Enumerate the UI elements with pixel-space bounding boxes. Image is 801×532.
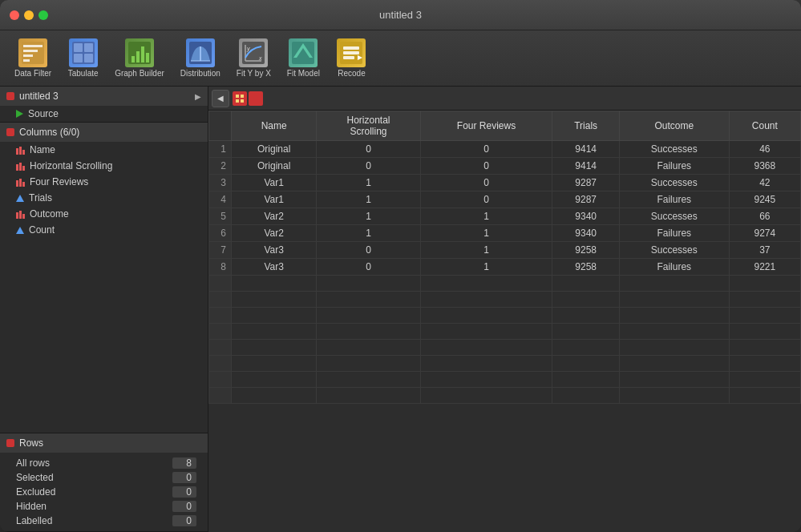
svg-rect-33 xyxy=(236,99,239,103)
cell-trials: 9287 xyxy=(552,191,620,208)
maximize-button[interactable] xyxy=(38,10,48,20)
col-header-hs[interactable]: HorizontalScrolling xyxy=(317,111,420,141)
close-button[interactable] xyxy=(10,10,19,20)
table-row[interactable]: 4 Var1 1 0 9287 Failures 9245 xyxy=(209,191,801,208)
table-row[interactable]: 7 Var3 0 1 9258 Successes 37 xyxy=(209,242,801,259)
empty-row xyxy=(209,324,801,340)
table-row[interactable]: 5 Var2 1 1 9340 Successes 66 xyxy=(209,208,801,225)
sidebar-rows-header[interactable]: Rows xyxy=(0,433,208,453)
svg-rect-14 xyxy=(146,53,149,62)
graph-builder-button[interactable]: Graph Builder xyxy=(108,35,171,81)
traffic-lights xyxy=(10,10,48,20)
cell-hs: 0 xyxy=(317,158,420,175)
empty-row xyxy=(209,340,801,356)
cell-trials: 9258 xyxy=(552,259,620,276)
svg-rect-9 xyxy=(84,54,93,62)
row-num-cell: 5 xyxy=(209,208,232,225)
col-hs-icon xyxy=(16,161,25,171)
recode-button[interactable]: Recode xyxy=(330,35,374,81)
row-num-header xyxy=(209,111,232,141)
data-filter-label: Data Filter xyxy=(14,69,51,78)
sidebar-columns-header[interactable]: Columns (6/0) xyxy=(0,123,208,142)
all-rows-value: 8 xyxy=(172,457,196,469)
table-row[interactable]: 8 Var3 0 1 9258 Failures 9221 xyxy=(209,259,801,276)
tabulate-button[interactable]: Tabulate xyxy=(61,35,105,81)
distribution-icon xyxy=(186,38,215,67)
cell-name: Var3 xyxy=(232,259,317,276)
row-num-cell: 7 xyxy=(209,242,232,259)
distribution-button[interactable]: Distribution xyxy=(174,35,227,81)
minimize-button[interactable] xyxy=(24,10,34,20)
labelled-stat: Labelled 0 xyxy=(0,514,208,528)
col-trials-item[interactable]: Trials xyxy=(0,190,208,206)
table-row[interactable]: 2 Original 0 0 9414 Failures 9368 xyxy=(209,158,801,175)
col-name-label: Name xyxy=(30,144,55,155)
columns-title: Columns (6/0) xyxy=(19,127,79,138)
cell-hs: 1 xyxy=(317,225,420,242)
main-table: Name HorizontalScrolling Four Reviews Tr… xyxy=(208,111,801,404)
col-header-outcome[interactable]: Outcome xyxy=(619,111,729,141)
source-icon xyxy=(16,110,23,118)
cell-count: 9245 xyxy=(729,191,800,208)
svg-rect-31 xyxy=(236,95,239,98)
table-row[interactable]: 6 Var2 1 1 9340 Failures 9274 xyxy=(209,225,801,242)
cell-outcome: Failures xyxy=(619,259,729,276)
cell-name: Original xyxy=(232,158,317,175)
col-name-item[interactable]: Name xyxy=(0,142,208,158)
fit-y-by-x-button[interactable]: y x Fit Y by X xyxy=(230,35,277,81)
col-count-item[interactable]: Count xyxy=(0,222,208,238)
col-outcome-item[interactable]: Outcome xyxy=(0,206,208,222)
cell-fr: 1 xyxy=(420,259,552,276)
cell-trials: 9340 xyxy=(552,208,620,225)
svg-rect-27 xyxy=(343,46,359,50)
table-row[interactable]: 3 Var1 1 0 9287 Successes 42 xyxy=(209,175,801,191)
graph-builder-icon xyxy=(125,38,154,67)
cell-fr: 0 xyxy=(420,191,552,208)
svg-rect-34 xyxy=(241,99,244,103)
sidebar-datatable-header[interactable]: untitled 3 ▶ xyxy=(0,87,208,106)
selected-value: 0 xyxy=(172,472,196,483)
cell-count: 9274 xyxy=(729,225,800,242)
row-num-cell: 6 xyxy=(209,225,232,242)
data-filter-button[interactable]: Data Filter xyxy=(8,35,58,81)
svg-rect-32 xyxy=(241,95,244,98)
cell-fr: 1 xyxy=(420,208,552,225)
fit-model-label: Fit Model xyxy=(287,69,320,78)
svg-rect-7 xyxy=(84,43,93,52)
svg-rect-13 xyxy=(141,46,144,62)
cell-hs: 0 xyxy=(317,141,420,158)
source-item[interactable]: Source xyxy=(0,106,208,122)
row-num-cell: 1 xyxy=(209,141,232,158)
svg-rect-29 xyxy=(343,56,354,59)
cell-name: Var2 xyxy=(232,208,317,225)
col-header-name[interactable]: Name xyxy=(232,111,317,141)
col-header-fr[interactable]: Four Reviews xyxy=(420,111,552,141)
cell-fr: 0 xyxy=(420,141,552,158)
nav-back-button[interactable]: ◀ xyxy=(212,90,229,107)
cell-hs: 1 xyxy=(317,208,420,225)
hidden-label: Hidden xyxy=(16,501,47,512)
cell-outcome: Successes xyxy=(619,242,729,259)
table-row[interactable]: 1 Original 0 0 9414 Successes 46 xyxy=(209,141,801,158)
col-hs-label: Horizontal Scrolling xyxy=(30,160,112,171)
cell-fr: 0 xyxy=(420,158,552,175)
hidden-value: 0 xyxy=(172,501,196,512)
col-hs-item[interactable]: Horizontal Scrolling xyxy=(0,158,208,174)
svg-rect-6 xyxy=(74,43,83,52)
cell-name: Var1 xyxy=(232,175,317,191)
source-label: Source xyxy=(28,108,59,119)
svg-rect-3 xyxy=(23,54,33,57)
data-toolbar: ◀ xyxy=(208,87,801,111)
col-fr-item[interactable]: Four Reviews xyxy=(0,174,208,190)
fit-model-button[interactable]: Fit Model xyxy=(281,35,326,81)
col-header-count[interactable]: Count xyxy=(729,111,800,141)
distribution-label: Distribution xyxy=(180,69,220,78)
cell-trials: 9258 xyxy=(552,242,620,259)
row-num-cell: 3 xyxy=(209,175,232,191)
sidebar: untitled 3 ▶ Source Columns (6/0) xyxy=(0,87,208,532)
cell-count: 66 xyxy=(729,208,800,225)
toolbar: Data Filter Tabulate xyxy=(0,30,801,87)
data-table[interactable]: Name HorizontalScrolling Four Reviews Tr… xyxy=(208,111,801,532)
col-header-trials[interactable]: Trials xyxy=(552,111,620,141)
empty-row xyxy=(209,292,801,308)
